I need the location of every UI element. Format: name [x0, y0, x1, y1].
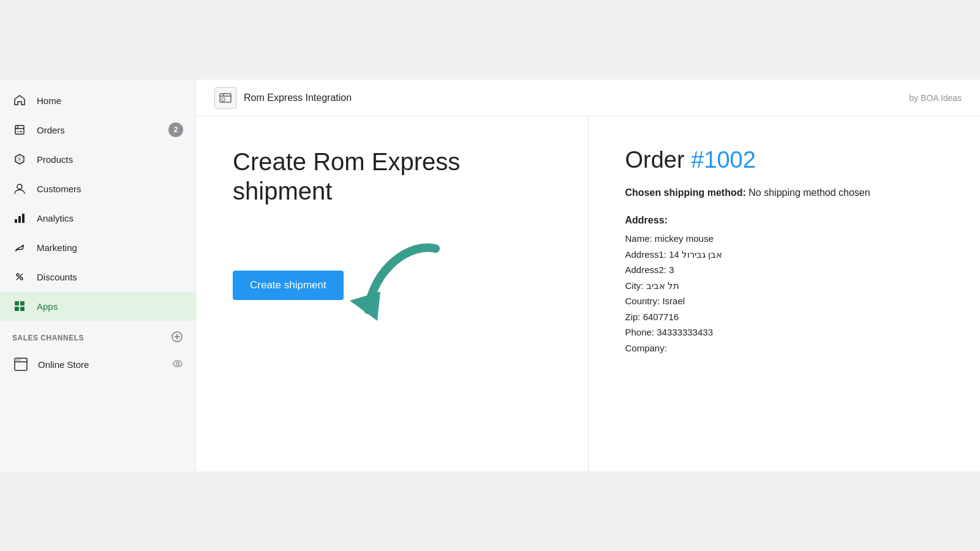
- sidebar-item-apps[interactable]: Apps: [0, 291, 195, 321]
- left-panel: Create Rom Express shipment Create shipm…: [196, 116, 589, 471]
- svg-point-15: [19, 359, 20, 361]
- sidebar-item-apps-label: Apps: [37, 301, 183, 312]
- company-label: Company:: [625, 343, 667, 353]
- app-header: Rom Express Integration by BOA Ideas: [196, 80, 980, 116]
- sidebar-item-analytics-label: Analytics: [37, 213, 183, 223]
- address-label: Address:: [625, 215, 944, 226]
- order-number: #1002: [691, 147, 756, 173]
- orders-icon: [12, 122, 27, 137]
- main-content: Create Rom Express shipment Create shipm…: [196, 116, 980, 471]
- discounts-icon: [12, 269, 27, 284]
- shipping-method: Chosen shipping method: No shipping meth…: [625, 186, 944, 200]
- zip-value: 6407716: [643, 312, 679, 322]
- right-panel: Order #1002 Chosen shipping method: No s…: [589, 116, 981, 471]
- svg-rect-10: [15, 307, 19, 311]
- sidebar-item-online-store[interactable]: Online Store: [0, 350, 195, 379]
- address-phone: Phone: 34333333433: [625, 324, 944, 340]
- page-title-line1: Create Rom Express: [233, 148, 460, 175]
- svg-point-17: [176, 362, 179, 365]
- svg-point-16: [173, 361, 182, 367]
- address1-label: Address1:: [625, 249, 667, 260]
- page-title: Create Rom Express shipment: [233, 147, 551, 206]
- svg-rect-19: [222, 98, 225, 101]
- shipping-method-value: No shipping method chosen: [748, 187, 870, 198]
- phone-label: Phone:: [625, 327, 655, 337]
- marketing-icon: [12, 240, 27, 255]
- sidebar-item-analytics[interactable]: Analytics: [0, 203, 195, 233]
- page-title-line2: shipment: [233, 178, 332, 204]
- orders-badge: 2: [168, 122, 183, 137]
- svg-marker-20: [350, 291, 380, 321]
- eye-icon[interactable]: [172, 358, 183, 371]
- svg-rect-9: [20, 301, 24, 305]
- order-title: Order #1002: [625, 147, 944, 173]
- svg-point-5: [22, 245, 24, 247]
- svg-point-7: [20, 277, 23, 280]
- sales-channels-label: SALES CHANNELS: [12, 334, 84, 342]
- analytics-icon: [12, 211, 27, 225]
- address-country: Country: Israel: [625, 293, 944, 309]
- svg-rect-0: [15, 126, 24, 134]
- city-label: City:: [625, 280, 644, 291]
- sidebar-item-orders[interactable]: Orders 2: [0, 115, 195, 144]
- sidebar-item-discounts-label: Discounts: [37, 272, 183, 282]
- address1-value: 14 אבן גבירול: [669, 249, 722, 260]
- zip-label: Zip:: [625, 312, 641, 322]
- order-label: Order: [625, 147, 685, 173]
- svg-rect-2: [15, 219, 17, 223]
- online-store-icon: [12, 356, 29, 373]
- name-value: mickey mouse: [655, 233, 714, 244]
- app-header-left: Rom Express Integration: [214, 87, 352, 109]
- svg-rect-11: [20, 307, 24, 311]
- address-name: Name: mickey mouse: [625, 231, 944, 247]
- sidebar-item-discounts[interactable]: Discounts: [0, 262, 195, 291]
- sales-channels-header: SALES CHANNELS: [0, 321, 195, 350]
- apps-icon: [12, 299, 27, 313]
- address-section: Address: Name: mickey mouse Address1: 14…: [625, 215, 944, 356]
- svg-point-1: [17, 184, 22, 189]
- sidebar-item-home-label: Home: [37, 96, 183, 106]
- online-store-label: Online Store: [38, 359, 89, 370]
- address-city: City: תל אביב: [625, 278, 944, 294]
- address2-label: Address2:: [625, 264, 667, 275]
- address2-value: 3: [669, 264, 674, 275]
- svg-point-14: [17, 359, 18, 361]
- sidebar-item-products-label: Products: [37, 154, 183, 165]
- name-label: Name:: [625, 233, 652, 244]
- products-icon: [12, 152, 27, 167]
- city-value: תל אביב: [646, 280, 679, 291]
- arrow-decoration: [344, 230, 466, 340]
- sidebar-item-products[interactable]: Products: [0, 144, 195, 174]
- customers-icon: [12, 181, 27, 196]
- address-company: Company:: [625, 340, 944, 356]
- app-by-label: by BOA Ideas: [909, 93, 962, 103]
- svg-rect-4: [22, 214, 24, 223]
- home-icon: [12, 93, 27, 108]
- sidebar-item-marketing-label: Marketing: [37, 242, 183, 253]
- country-value: Israel: [662, 296, 685, 306]
- address-address2: Address2: 3: [625, 262, 944, 278]
- create-shipment-button[interactable]: Create shipment: [233, 271, 344, 300]
- sidebar-item-marketing[interactable]: Marketing: [0, 233, 195, 262]
- phone-value: 34333333433: [657, 327, 713, 337]
- sidebar-item-orders-label: Orders: [37, 125, 168, 135]
- country-label: Country:: [625, 296, 660, 306]
- svg-point-6: [17, 274, 19, 276]
- sidebar-item-home[interactable]: Home: [0, 86, 195, 115]
- sidebar-item-customers-label: Customers: [37, 184, 183, 194]
- app-title: Rom Express Integration: [244, 92, 352, 103]
- address-address1: Address1: 14 אבן גבירול: [625, 247, 944, 263]
- shipping-method-label: Chosen shipping method:: [625, 187, 746, 198]
- address-zip: Zip: 6407716: [625, 309, 944, 325]
- add-sales-channel-button[interactable]: [171, 331, 183, 345]
- svg-rect-3: [18, 216, 21, 223]
- content-area: Rom Express Integration by BOA Ideas Cre…: [196, 80, 980, 471]
- sidebar: Home Orders 2 Products: [0, 80, 196, 471]
- sidebar-item-customers[interactable]: Customers: [0, 174, 195, 203]
- svg-rect-8: [15, 301, 19, 305]
- app-header-icon: [214, 87, 236, 109]
